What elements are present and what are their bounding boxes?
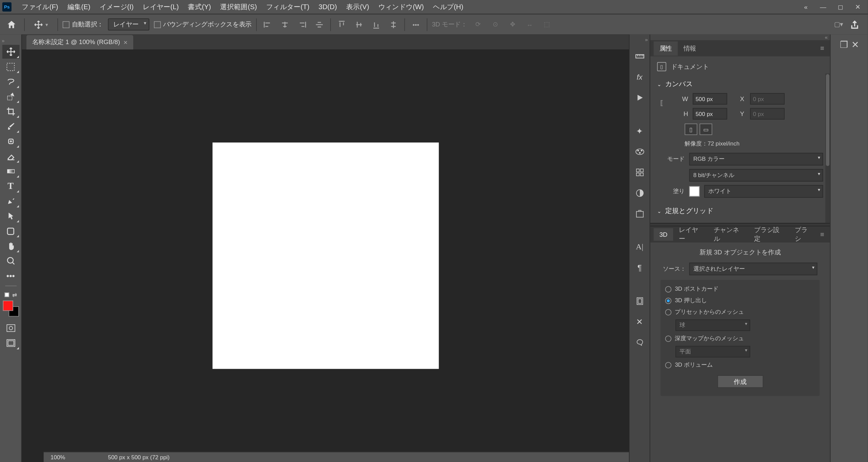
tab-3d[interactable]: 3D bbox=[654, 228, 673, 241]
radio-mesh-preset[interactable]: プリセットからのメッシュ bbox=[665, 306, 815, 318]
align-center-v-icon[interactable] bbox=[353, 18, 365, 31]
gradient-tool[interactable] bbox=[2, 164, 19, 178]
doc-dimensions[interactable]: 500 px x 500 px (72 ppi) bbox=[108, 454, 170, 460]
tab-brush-settings[interactable]: ブラシ設定 bbox=[748, 223, 789, 246]
radio-volume[interactable]: 3D ボリューム bbox=[665, 359, 815, 371]
swatches-panel-icon[interactable] bbox=[633, 166, 647, 179]
align-right-icon[interactable] bbox=[296, 18, 308, 31]
close-tab-icon[interactable]: × bbox=[123, 38, 127, 46]
auto-select-target[interactable]: レイヤー bbox=[108, 18, 149, 31]
align-top-icon[interactable] bbox=[335, 18, 348, 31]
home-button[interactable] bbox=[3, 16, 19, 32]
maximize-icon[interactable]: ◻ bbox=[832, 1, 848, 13]
play-panel-icon[interactable] bbox=[633, 91, 647, 105]
comments-panel-icon[interactable] bbox=[633, 335, 647, 349]
menu-select[interactable]: 選択範囲(S) bbox=[216, 2, 262, 12]
toolbar-collapse-handle[interactable]: » bbox=[0, 38, 5, 44]
libraries-panel-icon[interactable] bbox=[633, 207, 647, 221]
expand-panels-icon[interactable]: » bbox=[645, 37, 650, 42]
orientation-landscape-icon[interactable]: ▭ bbox=[699, 123, 712, 135]
zoom-tool[interactable] bbox=[2, 254, 19, 268]
3d-pan-icon[interactable]: ✥ bbox=[506, 18, 519, 31]
distribute-icon[interactable] bbox=[313, 18, 326, 31]
quick-mask-tool[interactable] bbox=[2, 321, 19, 335]
marquee-tool[interactable] bbox=[2, 60, 19, 74]
quick-select-tool[interactable] bbox=[2, 90, 19, 103]
menu-3d[interactable]: 3D(D) bbox=[314, 3, 341, 11]
radio-depth-map[interactable]: 深度マップからのメッシュ bbox=[665, 333, 815, 344]
tab-layers[interactable]: レイヤー bbox=[673, 223, 708, 246]
canvas-viewport[interactable] bbox=[22, 50, 629, 462]
tab-brushes[interactable]: ブラシ bbox=[789, 223, 818, 246]
foreground-color[interactable] bbox=[3, 301, 13, 311]
menu-edit[interactable]: 編集(E) bbox=[63, 2, 95, 12]
menu-help[interactable]: ヘルプ(H) bbox=[429, 2, 468, 12]
menu-image[interactable]: イメージ(I) bbox=[95, 2, 138, 12]
depth-map-dropdown[interactable]: 平面 bbox=[675, 346, 750, 358]
screen-mode-tool[interactable] bbox=[2, 336, 19, 350]
3d-slide-icon[interactable]: ↔ bbox=[523, 18, 536, 31]
auto-select-checkbox[interactable]: 自動選択： bbox=[63, 20, 103, 28]
tools-preset-icon[interactable]: ✕ bbox=[633, 315, 647, 329]
source-dropdown[interactable]: 選択されたレイヤー bbox=[689, 263, 817, 275]
3d-roll-icon[interactable]: ⊙ bbox=[489, 18, 501, 31]
radio-extrusion[interactable]: 3D 押し出し bbox=[665, 295, 815, 306]
fx-panel-icon[interactable]: fx bbox=[633, 70, 647, 84]
3d-orbit-icon[interactable]: ⟳ bbox=[472, 18, 484, 31]
canvas-section-header[interactable]: ⌄ カンバス bbox=[657, 77, 823, 91]
pen-tool[interactable] bbox=[2, 194, 19, 208]
collapse-panels-icon[interactable]: « bbox=[650, 35, 830, 40]
eraser-tool[interactable] bbox=[2, 149, 19, 163]
align-center-h-icon[interactable] bbox=[279, 18, 291, 31]
tab-info[interactable]: 情報 bbox=[678, 41, 702, 55]
scrollbar[interactable] bbox=[825, 74, 830, 223]
bbox-checkbox[interactable]: バウンディングボックスを表示 bbox=[154, 20, 252, 28]
fill-swatch[interactable] bbox=[689, 186, 699, 196]
swap-default-colors[interactable]: ⇄ bbox=[4, 291, 17, 298]
minimize-panel-icon[interactable]: « bbox=[798, 1, 814, 13]
character-panel-icon[interactable]: A| bbox=[633, 240, 647, 254]
minimize-icon[interactable]: — bbox=[815, 1, 831, 13]
fill-dropdown[interactable]: ホワイト bbox=[704, 185, 823, 197]
document-tab[interactable]: 名称未設定 1 @ 100% (RGB/8) × bbox=[26, 35, 133, 49]
brush-tool[interactable] bbox=[2, 119, 19, 133]
height-input[interactable] bbox=[693, 108, 727, 119]
path-select-tool[interactable] bbox=[2, 209, 19, 223]
color-panel-icon[interactable] bbox=[633, 145, 647, 159]
close-icon[interactable]: ✕ bbox=[849, 1, 865, 13]
orientation-portrait-icon[interactable]: ▯ bbox=[685, 123, 697, 135]
radio-postcard[interactable]: 3D ポストカード bbox=[665, 283, 815, 295]
more-options-icon[interactable]: ••• bbox=[410, 18, 422, 31]
panel-menu-icon[interactable]: ≡ bbox=[818, 230, 826, 238]
panel-menu-icon[interactable]: ≡ bbox=[818, 44, 826, 52]
paragraph-panel-icon[interactable]: ¶ bbox=[633, 261, 647, 275]
menu-layer[interactable]: レイヤー(L) bbox=[138, 2, 183, 12]
move-tool-indicator[interactable]: ▾ bbox=[29, 19, 53, 30]
create-button[interactable]: 作成 bbox=[717, 375, 763, 388]
lasso-tool[interactable] bbox=[2, 75, 19, 89]
menu-window[interactable]: ウィンドウ(W) bbox=[374, 2, 428, 12]
restore-window-icon[interactable]: ❐ bbox=[840, 39, 848, 50]
ruler-panel-icon[interactable] bbox=[633, 50, 647, 63]
menu-view[interactable]: 表示(V) bbox=[341, 2, 374, 12]
share-icon[interactable] bbox=[848, 18, 861, 31]
ruler-section-header[interactable]: ⌄ 定規とグリッド bbox=[657, 204, 823, 218]
bit-depth-dropdown[interactable]: 8 bit/チャンネル bbox=[689, 169, 823, 181]
menu-filter[interactable]: フィルター(T) bbox=[261, 2, 314, 12]
edit-toolbar[interactable]: ••• bbox=[2, 269, 19, 283]
align-left-icon[interactable] bbox=[261, 18, 274, 31]
shape-tool[interactable] bbox=[2, 224, 19, 238]
tab-properties[interactable]: 属性 bbox=[654, 41, 678, 55]
canvas[interactable] bbox=[212, 142, 438, 369]
hand-tool[interactable] bbox=[2, 239, 19, 253]
menu-file[interactable]: ファイル(F) bbox=[17, 2, 63, 12]
close-window-icon[interactable]: ✕ bbox=[851, 39, 859, 50]
align-bottom-icon[interactable] bbox=[370, 18, 382, 31]
3d-scale-icon[interactable]: ⬚ bbox=[540, 18, 553, 31]
adjustments-panel-icon[interactable] bbox=[633, 186, 647, 200]
tab-channels[interactable]: チャンネル bbox=[708, 223, 749, 246]
color-mode-dropdown[interactable]: RGB カラー bbox=[689, 153, 823, 166]
frame-picker-icon[interactable]: ▢▾ bbox=[832, 18, 845, 31]
zoom-level[interactable]: 100% bbox=[51, 454, 85, 460]
move-tool[interactable] bbox=[2, 45, 19, 59]
